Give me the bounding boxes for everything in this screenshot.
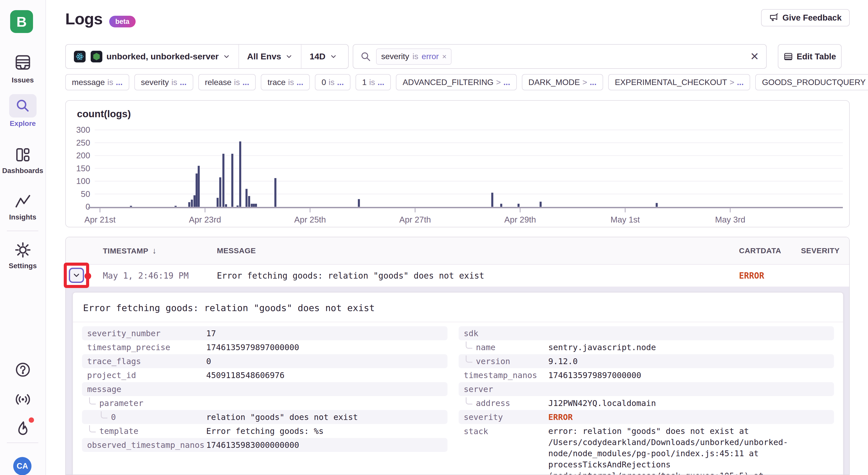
filter-chip[interactable]: messageis...	[65, 74, 129, 90]
chip-label: 1	[362, 78, 367, 87]
detail-field-row: namesentry.javascript.node	[459, 340, 834, 354]
field-key: 0	[87, 412, 206, 422]
field-value: 9.12.0	[548, 356, 792, 367]
search-input[interactable]: severity is error × ✕	[353, 44, 767, 69]
detail-field-row: timestamp_nanos1746135979897000000	[459, 368, 834, 382]
field-value: Error fetching goods: %s	[206, 426, 443, 437]
help-icon[interactable]	[0, 362, 45, 378]
column-header-cartdata[interactable]: CARTDATA	[739, 246, 801, 255]
chip-ellipsis: ...	[590, 78, 596, 87]
sidebar-item-issues[interactable]: Issues	[0, 51, 45, 84]
detail-fields-left: severity_number17timestamp_precise174613…	[82, 326, 447, 475]
date-range-label: 14D	[310, 52, 325, 61]
notification-dot	[29, 417, 34, 423]
token-value: error	[422, 52, 439, 61]
logs-page: B Issues Explore	[0, 0, 868, 475]
chip-operator: >	[730, 78, 735, 87]
chip-operator: is	[329, 78, 335, 87]
search-clear-icon[interactable]: ✕	[750, 51, 759, 62]
detail-field-row: severityERROR	[459, 410, 834, 424]
react-icon	[74, 51, 86, 62]
sidebar-item-insights[interactable]: Insights	[0, 191, 45, 221]
chip-label: 0	[321, 78, 326, 87]
chip-ellipsis: ...	[116, 78, 123, 87]
log-message: Error fetching goods: relation "goods" d…	[217, 271, 739, 281]
field-key: timestamp_precise	[87, 343, 206, 352]
field-value: error: relation "goods" does not exist a…	[548, 426, 792, 475]
tree-elbow-icon	[89, 425, 96, 432]
log-row[interactable]: May 1, 2:46:19 PM Error fetching goods: …	[66, 265, 849, 287]
detail-field-row: parameter	[82, 396, 447, 410]
sidebar-item-explore[interactable]: Explore	[0, 94, 45, 128]
logs-count-chart: count(logs) 050100150200250300Apr 21stAp…	[65, 100, 850, 227]
svg-text:Apr 23rd: Apr 23rd	[189, 215, 221, 224]
chip-label: ADVANCED_FILTERING	[403, 78, 493, 87]
field-key: template	[87, 426, 206, 436]
log-detail-panel: Error fetching goods: relation "goods" d…	[72, 292, 844, 475]
project-selector[interactable]: unborked, unborked-server	[66, 45, 239, 68]
chip-label: release	[205, 78, 231, 87]
filter-chip[interactable]: GOODS_PRODUCTQUERY>...	[755, 74, 868, 90]
detail-title: Error fetching goods: relation "goods" d…	[73, 293, 843, 322]
chip-label: GOODS_PRODUCTQUERY	[762, 78, 865, 87]
field-key: project_id	[87, 370, 206, 380]
user-avatar[interactable]: CA	[13, 457, 31, 475]
sidebar-item-settings[interactable]: Settings	[0, 240, 45, 270]
filter-chip[interactable]: DARK_MODE>...	[522, 74, 603, 90]
log-severity-value: ERROR	[739, 271, 801, 281]
chevron-down-icon	[223, 53, 230, 60]
chip-operator: is	[172, 78, 177, 87]
tree-elbow-icon	[466, 397, 472, 404]
node-icon	[91, 51, 102, 62]
sidebar-item-label: Insights	[9, 213, 36, 221]
filter-chip[interactable]: traceis...	[261, 74, 310, 90]
logs-table: TIMESTAMP ↓ MESSAGE CARTDATA SEVERITY Ma…	[65, 237, 850, 475]
detail-field-row: templateError fetching goods: %s	[82, 424, 447, 438]
broadcast-icon[interactable]	[0, 391, 45, 408]
token-operator: is	[412, 52, 418, 61]
org-logo[interactable]: B	[10, 10, 33, 33]
give-feedback-button[interactable]: Give Feedback	[761, 9, 850, 26]
field-key: observed_timestamp_nanos	[87, 440, 206, 450]
svg-text:May 1st: May 1st	[611, 215, 640, 224]
detail-field-row: 0relation "goods" does not exist	[82, 410, 447, 424]
filter-chip[interactable]: EXPERIMENTAL_CHECKOUT>...	[608, 74, 750, 90]
filter-chip[interactable]: severityis...	[134, 74, 193, 90]
detail-field-row: timestamp_precise1746135979897000000	[82, 340, 447, 354]
token-remove-icon[interactable]: ×	[442, 52, 447, 61]
search-token-severity[interactable]: severity is error ×	[376, 48, 452, 65]
field-key: server	[464, 384, 548, 394]
chip-ellipsis: ...	[378, 78, 384, 87]
detail-field-row: addressJ12PWN42YQ.localdomain	[459, 396, 834, 410]
sidebar-item-label: Dashboards	[2, 167, 43, 175]
bar-chart: 050100150200250300Apr 21stApr 23rdApr 25…	[66, 101, 850, 227]
filter-chip[interactable]: 0is...	[315, 74, 350, 90]
field-value: 1746135979897000000	[548, 370, 792, 381]
edit-table-button[interactable]: Edit Table	[778, 44, 842, 69]
chip-operator: is	[107, 78, 113, 87]
sidebar-item-dashboards[interactable]: Dashboards	[0, 145, 45, 175]
svg-text:200: 200	[76, 151, 90, 160]
chip-ellipsis: ...	[243, 78, 249, 87]
table-header-row: TIMESTAMP ↓ MESSAGE CARTDATA SEVERITY	[66, 237, 849, 265]
field-value: 0	[206, 356, 443, 367]
expand-row-button[interactable]	[69, 268, 84, 283]
filter-chip[interactable]: releaseis...	[198, 74, 256, 90]
svg-text:100: 100	[76, 176, 90, 186]
environment-selector[interactable]: All Envs	[239, 45, 301, 68]
whats-new-flame-icon[interactable]	[0, 420, 45, 437]
column-header-severity[interactable]: SEVERITY	[801, 246, 849, 255]
filter-chip[interactable]: 1is...	[355, 74, 391, 90]
field-key: trace_flags	[87, 357, 206, 366]
filter-chip[interactable]: ADVANCED_FILTERING>...	[396, 74, 517, 90]
date-range-selector[interactable]: 14D	[301, 45, 345, 68]
detail-field-row: severity_number17	[82, 326, 447, 340]
expanded-row-zone: Error fetching goods: relation "goods" d…	[66, 287, 849, 475]
svg-text:Apr 29th: Apr 29th	[504, 215, 536, 224]
column-header-message[interactable]: MESSAGE	[217, 246, 739, 255]
detail-field-row: observed_timestamp_nanos1746135983000000…	[82, 438, 447, 452]
tree-elbow-icon	[466, 342, 472, 349]
column-header-timestamp[interactable]: TIMESTAMP ↓	[103, 246, 217, 256]
sidebar: B Issues Explore	[0, 0, 46, 475]
detail-field-row: stackerror: relation "goods" does not ex…	[459, 424, 834, 475]
